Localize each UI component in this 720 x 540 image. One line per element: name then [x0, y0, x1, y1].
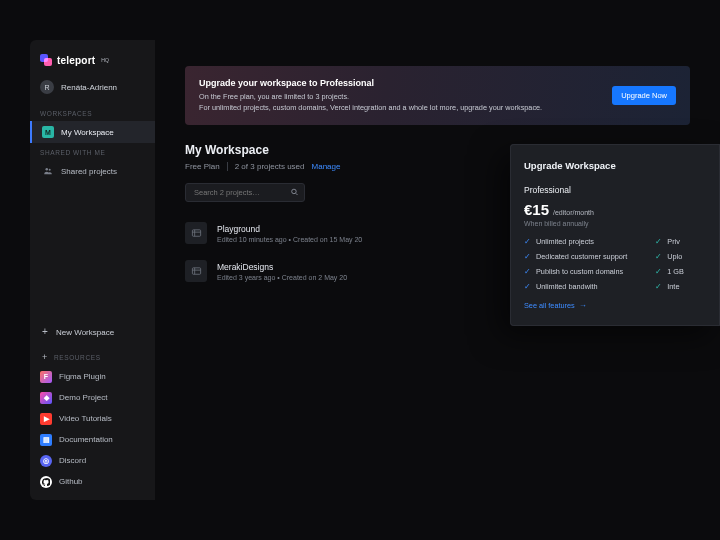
svg-rect-7 [192, 267, 200, 273]
people-icon [42, 165, 54, 177]
project-name: Playground [217, 224, 362, 234]
check-icon: ✓ [524, 252, 531, 261]
resource-label: Demo Project [59, 393, 107, 402]
resource-label: Discord [59, 456, 86, 465]
user-name: Renáta-Adrienn [61, 83, 117, 92]
banner-text: Upgrade your workspace to Professional O… [199, 78, 542, 113]
manage-link[interactable]: Manage [312, 162, 341, 171]
features-col-2: ✓Priv ✓Uplo ✓1 GB ✓Inte [655, 237, 684, 291]
video-icon: ▶ [40, 413, 52, 425]
feature-item: ✓Publish to custom domains [524, 267, 627, 276]
feature-item: ✓1 GB [655, 267, 684, 276]
feature-item: ✓Dedicated customer support [524, 252, 627, 261]
workspaces-section-label: WORKSPACES [30, 104, 155, 121]
check-icon: ✓ [655, 267, 662, 276]
price-note: When billed annually [524, 220, 706, 227]
project-name: MerakiDesigns [217, 262, 347, 272]
banner-subtitle-line2: For unlimited projects, custom domains, … [199, 103, 542, 114]
check-icon: ✓ [524, 237, 531, 246]
project-meta: Edited 10 minutes ago • Created on 15 Ma… [217, 236, 362, 243]
resource-video-tutorials[interactable]: ▶ Video Tutorials [30, 408, 155, 429]
check-icon: ✓ [524, 267, 531, 276]
plan-name: Professional [524, 185, 706, 195]
price-row: €15 /editor/month [524, 201, 706, 218]
features-col-1: ✓Unlimited projects ✓Dedicated customer … [524, 237, 627, 291]
new-workspace-button[interactable]: + New Workspace [30, 322, 155, 342]
project-thumb-icon [185, 260, 207, 282]
plan-label: Free Plan [185, 162, 220, 171]
svg-point-1 [49, 169, 51, 171]
banner-title: Upgrade your workspace to Professional [199, 78, 542, 88]
banner-subtitle-line1: On the Free plan, you are limited to 3 p… [199, 92, 542, 103]
demo-icon: ◆ [40, 392, 52, 404]
price-unit: /editor/month [553, 209, 594, 216]
feature-item: ✓Unlimited projects [524, 237, 627, 246]
usage-label: 2 of 3 projects used [235, 162, 305, 171]
sidebar-item-my-workspace[interactable]: M My Workspace [30, 121, 155, 143]
price-amount: €15 [524, 201, 549, 218]
resource-label: Documentation [59, 435, 113, 444]
resource-documentation[interactable]: ▤ Documentation [30, 429, 155, 450]
resource-label: Github [59, 477, 83, 486]
sidebar-item-label: Shared projects [61, 167, 117, 176]
check-icon: ✓ [655, 237, 662, 246]
github-icon [40, 476, 52, 488]
shared-section-label: SHARED WITH ME [30, 143, 155, 160]
svg-rect-4 [192, 229, 200, 235]
feature-item: ✓Unlimited bandwith [524, 282, 627, 291]
brand-mark-icon [40, 54, 52, 66]
resource-demo-project[interactable]: ◆ Demo Project [30, 387, 155, 408]
upgrade-now-button[interactable]: Upgrade Now [612, 86, 676, 105]
resource-discord[interactable]: ◎ Discord [30, 450, 155, 471]
project-meta: Edited 3 years ago • Created on 2 May 20 [217, 274, 347, 281]
plus-icon: + [40, 327, 50, 337]
plus-icon: + [40, 352, 50, 362]
new-workspace-label: New Workspace [56, 328, 114, 337]
current-user[interactable]: R Renáta-Adrienn [30, 78, 155, 104]
arrow-right-icon: → [579, 301, 587, 310]
resource-figma[interactable]: F Figma Plugin [30, 366, 155, 387]
check-icon: ✓ [524, 282, 531, 291]
see-all-features-link[interactable]: See all features → [524, 301, 587, 310]
check-icon: ✓ [655, 252, 662, 261]
svg-point-0 [46, 168, 49, 171]
sidebar: teleport HQ R Renáta-Adrienn WORKSPACES … [30, 40, 155, 500]
check-icon: ✓ [655, 282, 662, 291]
resource-github[interactable]: Github [30, 471, 155, 492]
upgrade-banner: Upgrade your workspace to Professional O… [185, 66, 690, 125]
brand-badge: HQ [101, 57, 109, 63]
panel-title: Upgrade Workspace [524, 160, 706, 171]
divider [227, 162, 228, 171]
resource-label: Video Tutorials [59, 414, 112, 423]
search-input[interactable] [185, 183, 305, 202]
project-thumb-icon [185, 222, 207, 244]
search-wrap [185, 183, 305, 202]
brand-name: teleport [57, 55, 95, 66]
avatar: R [40, 80, 54, 94]
document-icon: ▤ [40, 434, 52, 446]
resource-label: Figma Plugin [59, 372, 106, 381]
upgrade-workspace-panel: Upgrade Workspace Professional €15 /edit… [510, 144, 720, 326]
sidebar-item-label: My Workspace [61, 128, 114, 137]
feature-item: ✓Priv [655, 237, 684, 246]
resources-section-label: + RESOURCES [30, 342, 155, 366]
figma-icon: F [40, 371, 52, 383]
workspace-avatar-icon: M [42, 126, 54, 138]
brand-logo[interactable]: teleport HQ [30, 54, 155, 78]
sidebar-item-shared-projects[interactable]: Shared projects [30, 160, 155, 182]
discord-icon: ◎ [40, 455, 52, 467]
feature-item: ✓Inte [655, 282, 684, 291]
feature-item: ✓Uplo [655, 252, 684, 261]
features-columns: ✓Unlimited projects ✓Dedicated customer … [524, 237, 706, 291]
